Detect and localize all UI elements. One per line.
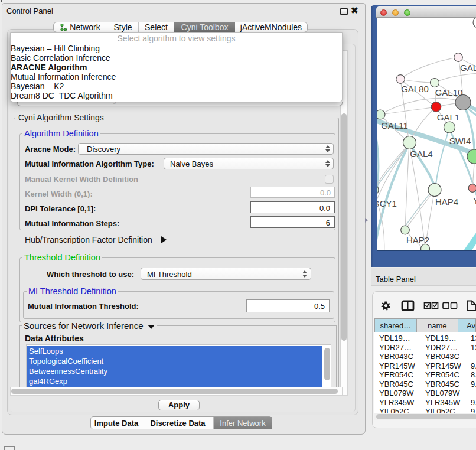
svg-text:HAP2: HAP2: [406, 235, 429, 245]
svg-text:GAL80: GAL80: [401, 84, 429, 94]
svg-text:GCY1: GCY1: [377, 198, 397, 208]
svg-text:GAL1: GAL1: [437, 112, 459, 122]
svg-text:GAL11: GAL11: [381, 120, 408, 131]
svg-text:GAL10: GAL10: [435, 87, 463, 97]
svg-text:HAP4: HAP4: [435, 197, 458, 207]
svg-text:GAL2: GAL2: [460, 63, 476, 73]
svg-text:Y: Y: [473, 195, 476, 206]
svg-text:GAL4: GAL4: [410, 149, 432, 159]
svg-text:SWI4: SWI4: [449, 136, 471, 146]
